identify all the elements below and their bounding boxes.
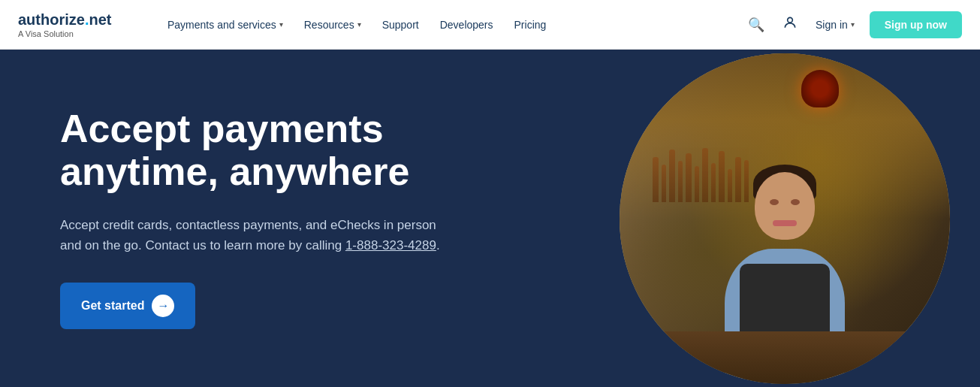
svg-point-0 [788,17,793,23]
arrow-right-icon: → [152,295,174,317]
chevron-down-icon-2: ▾ [357,20,361,29]
hero-content: Accept payments anytime, anywhere Accept… [60,107,548,329]
nav-payments-label: Payments and services [167,19,276,31]
nav-item-support[interactable]: Support [373,13,428,37]
hero-image-area [590,50,980,387]
nav-item-resources[interactable]: Resources ▾ [295,13,370,37]
nav-support-label: Support [382,19,419,31]
nav-pricing-label: Pricing [514,19,547,31]
hero-title: Accept payments anytime, anywhere [60,107,548,193]
logo-brand: authorize.net [18,11,134,29]
nav-item-developers[interactable]: Developers [431,13,502,37]
logo-authorize: authorize [18,11,85,28]
signin-label: Sign in [816,19,848,31]
account-icon [782,18,798,33]
account-button[interactable] [779,12,801,37]
nav-developers-label: Developers [440,19,493,31]
logo-subtitle: A Visa Solution [18,29,134,38]
hero-description: Accept credit cards, contactless payment… [60,215,451,255]
signup-button[interactable]: Sign up now [870,11,962,38]
right-eye [791,199,800,205]
nav-right: 🔍 Sign in ▾ Sign up now [745,11,962,38]
hero-section: Accept payments anytime, anywhere Accept… [0,50,980,387]
hero-image-inner [620,53,950,384]
nav-resources-label: Resources [304,19,354,31]
nav-item-pricing[interactable]: Pricing [505,13,556,37]
logo-net: net [89,11,111,28]
bottle-2 [662,165,666,202]
bottle-1 [653,157,659,202]
left-eye [770,199,779,205]
bottle-4 [678,161,683,202]
chevron-down-icon: ▾ [279,20,283,29]
logo[interactable]: authorize.net A Visa Solution [18,11,134,38]
search-button[interactable]: 🔍 [745,14,767,36]
hero-phone-link[interactable]: 1-888-323-4289 [345,238,436,252]
cta-label: Get started [81,299,144,313]
navbar: authorize.net A Visa Solution Payments a… [0,0,980,50]
bar-counter [620,331,950,384]
nav-item-payments[interactable]: Payments and services ▾ [158,13,292,37]
hanging-lamp [801,70,839,107]
signin-button[interactable]: Sign in ▾ [813,13,858,37]
chevron-down-icon-3: ▾ [851,20,855,29]
search-icon: 🔍 [748,17,764,32]
smile [773,220,797,226]
nav-links: Payments and services ▾ Resources ▾ Supp… [158,13,745,37]
hero-image-circle [620,53,950,384]
get-started-button[interactable]: Get started → [60,283,195,329]
bottle-3 [669,150,675,202]
hero-desc-end: . [436,238,440,252]
person-head [755,172,815,240]
